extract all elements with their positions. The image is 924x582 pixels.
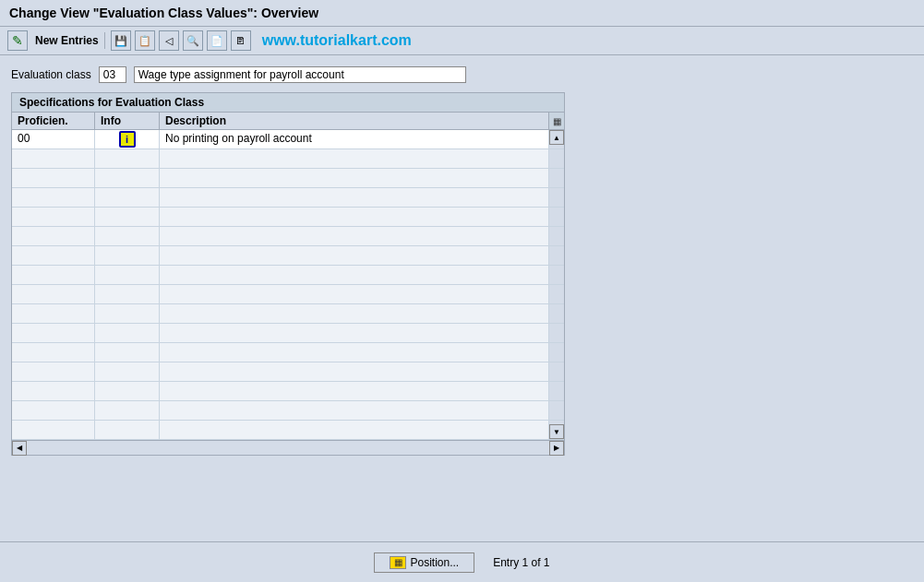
settings-btn[interactable]: 🖹 [231, 30, 251, 51]
new-entries-icon-btn[interactable]: ✎ [7, 30, 28, 51]
cell-info-5 [95, 227, 160, 245]
cell-info-1 [95, 149, 160, 168]
cell-description-7 [160, 266, 549, 284]
cell-proficiency-0: 00 [12, 130, 95, 148]
table-row [12, 169, 564, 188]
table-row [12, 188, 564, 208]
cell-description-6 [160, 246, 549, 265]
cell-info-15 [95, 421, 160, 439]
settings-icon: 🖹 [235, 35, 246, 46]
table-row [12, 304, 564, 324]
cell-info-14 [95, 401, 160, 420]
cell-info-2 [95, 169, 160, 187]
position-btn-icon: ▦ [390, 556, 406, 569]
table-row [12, 246, 564, 266]
position-button[interactable]: ▦ Position... [374, 552, 474, 573]
cell-description-14 [160, 401, 549, 420]
copy-icon: 📋 [138, 35, 151, 47]
cell-scroll-1 [549, 149, 564, 168]
find-next-btn[interactable]: 📄 [207, 30, 227, 51]
cell-scroll-10 [549, 324, 564, 342]
h-scroll-right-btn[interactable]: ▶ [549, 441, 564, 456]
scroll-up-btn[interactable]: ▲ [549, 130, 564, 145]
cell-proficiency-5 [12, 227, 95, 245]
cell-info-8 [95, 285, 160, 303]
save-btn[interactable]: 💾 [111, 30, 131, 51]
col-header-settings: ▦ [549, 113, 564, 129]
title-bar: Change View "Evaluation Class Values": O… [0, 0, 924, 27]
table-row [12, 208, 564, 227]
cell-description-12 [160, 362, 549, 381]
position-icon: ▦ [394, 557, 402, 567]
save-icon: 💾 [114, 35, 127, 47]
grid-settings-btn[interactable]: ▦ [549, 113, 564, 129]
grid-body: 00 i No printing on payroll account ▲ [12, 130, 564, 440]
cell-description-15 [160, 421, 549, 439]
cell-info-7 [95, 266, 160, 284]
cell-description-3 [160, 188, 549, 207]
table-row [12, 149, 564, 169]
cell-info-9 [95, 304, 160, 323]
cell-scroll-5 [549, 227, 564, 245]
cell-scroll-12 [549, 362, 564, 381]
cell-scroll-15: ▼ [549, 421, 564, 439]
cell-proficiency-7 [12, 266, 95, 284]
new-entries-icon: ✎ [12, 33, 23, 48]
table-row [12, 382, 564, 401]
cell-scroll-14 [549, 401, 564, 420]
copy-btn[interactable]: 📋 [135, 30, 155, 51]
cell-proficiency-3 [12, 188, 95, 207]
cell-description-9 [160, 304, 549, 323]
toolbar: ✎ New Entries 💾 📋 ◁ 🔍 📄 🖹 www.tutorialka… [0, 27, 924, 55]
h-scroll-track [27, 442, 549, 455]
cell-info-6 [95, 246, 160, 265]
find-btn[interactable]: 🔍 [183, 30, 203, 51]
new-entries-label: New Entries [35, 34, 99, 47]
cell-info-11 [95, 343, 160, 362]
cell-description-10 [160, 324, 549, 342]
table-row [12, 266, 564, 285]
cell-info-4 [95, 208, 160, 226]
grid-panel: Specifications for Evaluation Class Prof… [11, 92, 565, 456]
info-icon[interactable]: i [119, 131, 136, 148]
col-header-description: Description [160, 113, 549, 129]
cell-proficiency-2 [12, 169, 95, 187]
table-row [12, 401, 564, 421]
cell-description-4 [160, 208, 549, 226]
cell-scroll-4 [549, 208, 564, 226]
cell-proficiency-10 [12, 324, 95, 342]
position-btn-label: Position... [410, 556, 459, 569]
cell-info-0: i [95, 130, 160, 148]
cell-scroll-9 [549, 304, 564, 323]
toolbar-separator-1 [104, 32, 105, 49]
cell-info-13 [95, 382, 160, 400]
cell-proficiency-6 [12, 246, 95, 265]
cell-scroll-8 [549, 285, 564, 303]
eval-class-row: Evaluation class 03 Wage type assignment… [11, 66, 913, 83]
cell-info-12 [95, 362, 160, 381]
cell-description-0: No printing on payroll account [160, 130, 549, 148]
undo-btn[interactable]: ◁ [159, 30, 179, 51]
scroll-down-btn[interactable]: ▼ [549, 424, 564, 439]
table-row [12, 343, 564, 362]
table-row: 00 i No printing on payroll account ▲ [12, 130, 564, 149]
cell-proficiency-15 [12, 421, 95, 439]
h-scroll-left-btn[interactable]: ◀ [12, 441, 27, 456]
cell-proficiency-12 [12, 362, 95, 381]
cell-scroll-7 [549, 266, 564, 284]
table-row [12, 227, 564, 246]
cell-scroll-6 [549, 246, 564, 265]
cell-description-1 [160, 149, 549, 168]
eval-class-description: Wage type assignment for payroll account [134, 66, 466, 83]
table-row [12, 324, 564, 343]
page-title: Change View "Evaluation Class Values": O… [9, 6, 318, 20]
cell-info-10 [95, 324, 160, 342]
undo-icon: ◁ [165, 35, 173, 47]
col-header-info: Info [95, 113, 160, 129]
cell-scroll-0: ▲ [549, 130, 564, 148]
cell-proficiency-8 [12, 285, 95, 303]
cell-proficiency-4 [12, 208, 95, 226]
bottom-bar: ▦ Position... Entry 1 of 1 [0, 541, 924, 582]
entry-info: Entry 1 of 1 [493, 556, 549, 569]
cell-description-5 [160, 227, 549, 245]
